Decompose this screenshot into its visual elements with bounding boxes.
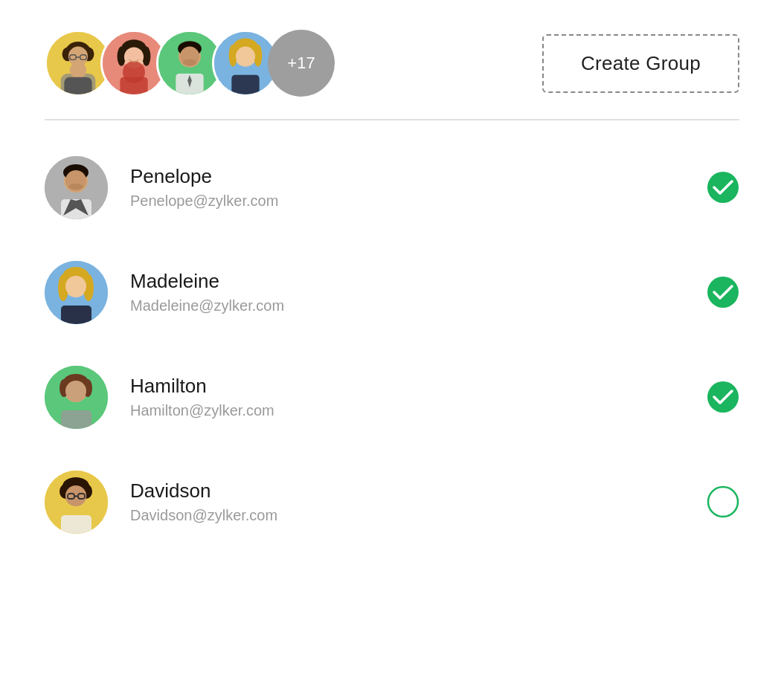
contact-name: Penelope xyxy=(130,165,707,188)
svg-rect-19 xyxy=(120,77,147,94)
header: +17 Create Group xyxy=(0,0,784,119)
svg-rect-33 xyxy=(231,75,259,94)
svg-point-56 xyxy=(65,381,86,401)
svg-point-69 xyxy=(708,487,738,517)
svg-point-7 xyxy=(70,62,86,78)
svg-rect-49 xyxy=(61,306,91,324)
list-item[interactable]: Hamilton Hamilton@zylker.com xyxy=(45,345,739,450)
avatar-count-badge: +17 xyxy=(268,30,335,97)
contact-email: Penelope@zylker.com xyxy=(130,193,707,210)
svg-point-32 xyxy=(236,47,255,66)
contact-avatar xyxy=(45,156,108,219)
contact-info: Penelope Penelope@zylker.com xyxy=(130,165,707,210)
list-item[interactable]: Davidson Davidson@zylker.com xyxy=(45,450,739,555)
list-item[interactable]: Penelope Penelope@zylker.com xyxy=(45,135,739,240)
contact-info: Hamilton Hamilton@zylker.com xyxy=(130,375,707,419)
svg-point-48 xyxy=(65,276,86,297)
contact-avatar xyxy=(45,471,108,534)
unselected-check-icon xyxy=(707,485,739,518)
contact-name: Hamilton xyxy=(130,375,707,398)
svg-point-58 xyxy=(707,381,739,413)
selected-check-icon xyxy=(707,171,739,204)
contact-name: Madeleine xyxy=(130,270,707,293)
contact-info: Madeleine Madeleine@zylker.com xyxy=(130,270,707,314)
svg-point-50 xyxy=(707,277,739,308)
contact-name: Davidson xyxy=(130,479,707,503)
contact-info: Davidson Davidson@zylker.com xyxy=(130,479,707,524)
contact-avatar xyxy=(45,261,108,324)
contact-email: Hamilton@zylker.com xyxy=(130,402,707,419)
selected-check-icon xyxy=(707,276,739,309)
svg-point-42 xyxy=(707,172,739,203)
svg-point-24 xyxy=(183,59,197,65)
contact-avatar xyxy=(45,366,108,429)
svg-rect-57 xyxy=(61,410,91,429)
create-group-button[interactable]: Create Group xyxy=(542,34,739,93)
contact-email: Davidson@zylker.com xyxy=(130,507,707,524)
list-item[interactable]: Madeleine Madeleine@zylker.com xyxy=(45,240,739,345)
contact-list: Penelope Penelope@zylker.com Madeleine M… xyxy=(0,120,784,569)
svg-point-38 xyxy=(68,184,83,190)
contact-email: Madeleine@zylker.com xyxy=(130,297,707,314)
svg-rect-68 xyxy=(61,515,91,534)
selected-check-icon xyxy=(707,381,739,413)
svg-rect-8 xyxy=(64,77,91,94)
avatar-group: +17 xyxy=(45,30,335,97)
